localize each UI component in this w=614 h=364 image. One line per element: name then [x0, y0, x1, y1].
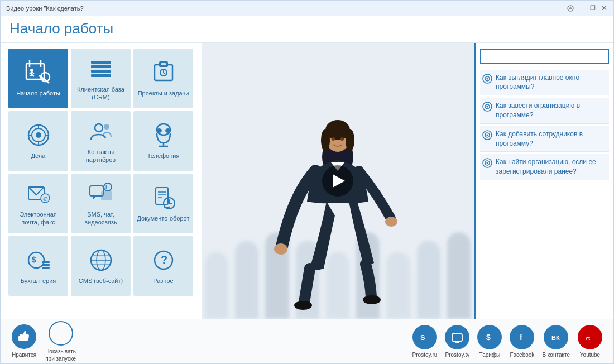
header: Начало работы — [1, 16, 613, 43]
accounting-icon: $ — [25, 247, 52, 274]
play-icon — [333, 174, 345, 188]
svg-text:i: i — [105, 185, 107, 190]
footer-right: S Prostoy.ru Prostoy.tv — [412, 325, 602, 358]
tile-projects[interactable]: Проекты и задачи — [133, 49, 193, 108]
tile-sms-label: SMS, чат, видеосвязь — [71, 210, 131, 227]
faq-text-2: Как завести огранизацию в программе? — [496, 101, 607, 120]
telephony-icon — [150, 122, 177, 149]
svg-point-66 — [274, 243, 287, 255]
faq-text-1: Как выглядит главное окно программы? — [496, 73, 607, 92]
svg-rect-18 — [161, 63, 166, 65]
prostoy-tv-circle — [445, 325, 469, 349]
crm-icon — [88, 55, 114, 82]
svg-point-30 — [104, 124, 109, 130]
faq-icon-2 — [482, 102, 492, 112]
tile-docs[interactable]: Документо-оборот — [133, 174, 193, 233]
svg-point-77 — [487, 106, 488, 108]
facebook-circle: f — [510, 325, 534, 349]
svg-point-71 — [340, 137, 344, 141]
tile-docs-label: Документо-оборот — [135, 214, 191, 222]
prostoy-tv-label: Prostoy.tv — [445, 352, 470, 358]
svg-rect-51 — [42, 261, 50, 263]
svg-point-69 — [363, 295, 381, 304]
facebook-label: Facebook — [510, 352, 534, 358]
svg-point-68 — [294, 301, 312, 310]
svg-point-70 — [332, 137, 335, 141]
tile-sms[interactable]: i SMS, чат, видеосвязь — [71, 174, 131, 233]
tile-misc[interactable]: ? Разное — [133, 236, 193, 296]
social-prostoy-tv[interactable]: Prostoy.tv — [445, 325, 469, 358]
svg-rect-13 — [91, 65, 111, 68]
tile-telephony-label: Телефония — [145, 152, 182, 160]
like-label: Нравится — [12, 351, 36, 358]
tile-accounting[interactable]: $ Бухгалтерия — [8, 236, 68, 296]
social-youtube[interactable]: Yt Youtube — [578, 325, 602, 358]
tile-projects-label: Проекты и задачи — [136, 89, 191, 97]
video-panel — [202, 43, 474, 319]
social-tariffs[interactable]: $ Тарифы — [477, 325, 502, 358]
tariffs-label: Тарифы — [479, 352, 501, 358]
tile-tasks[interactable]: Дела — [8, 111, 68, 171]
tile-start-label: Начало работы — [14, 89, 63, 97]
tile-email-label: Электронная почта, факс — [8, 210, 68, 227]
tile-crm[interactable]: Клиентская база (CRM) — [71, 49, 131, 108]
sms-icon: i — [88, 180, 114, 207]
faq-item-2[interactable]: Как завести огранизацию в программе? — [480, 98, 609, 124]
tariffs-circle: $ — [477, 325, 502, 349]
svg-rect-53 — [42, 267, 50, 269]
svg-text:Yt: Yt — [585, 336, 590, 341]
tile-start[interactable]: Начало работы — [8, 49, 68, 108]
bg-figure-2 — [235, 241, 258, 319]
vkontakte-circle: ВК — [544, 325, 568, 349]
settings-icon[interactable] — [567, 4, 574, 12]
social-prostoy-ru[interactable]: S Prostoy.ru — [412, 325, 438, 358]
faq-item-4[interactable]: Как найти организацию, если ее зарегистр… — [480, 154, 609, 180]
play-button[interactable] — [322, 165, 353, 197]
search-input[interactable] — [480, 49, 609, 64]
tile-telephony[interactable]: Телефония — [133, 111, 193, 171]
svg-point-80 — [487, 134, 488, 136]
minimize-button[interactable]: — — [578, 4, 586, 12]
footer-left: Нравится Показывать при запуске — [12, 321, 76, 362]
svg-text:$: $ — [486, 333, 491, 342]
svg-point-29 — [95, 124, 103, 132]
svg-point-32 — [156, 128, 162, 133]
title-bar: Видео-уроки "Как сделать?" — ❐ ✕ — [1, 1, 613, 16]
faq-item-1[interactable]: Как выглядит главное окно программы? — [480, 70, 609, 96]
docs-icon — [150, 184, 177, 211]
social-vkontakte[interactable]: ВК В контакте — [542, 325, 570, 358]
svg-text:f: f — [520, 333, 522, 342]
faq-item-3[interactable]: Как добавить сотрудников в программу? — [480, 126, 609, 152]
youtube-label: Youtube — [580, 352, 600, 358]
social-facebook[interactable]: f Facebook — [510, 325, 534, 358]
like-button[interactable]: Нравится — [12, 324, 36, 358]
footer: Нравится Показывать при запуске S Prosto… — [1, 319, 613, 363]
show-on-start-circle — [49, 321, 73, 346]
like-circle — [12, 324, 36, 349]
prostoy-ru-circle: S — [412, 325, 437, 349]
restore-button[interactable]: ❐ — [589, 4, 597, 12]
start-icon — [25, 59, 52, 86]
svg-text:@: @ — [43, 196, 48, 202]
show-on-start-label: Показывать при запуске — [45, 348, 76, 362]
tile-email[interactable]: @ Электронная почта, факс — [8, 174, 68, 233]
right-panel: Как выглядит главное окно программы? Как… — [474, 43, 613, 319]
svg-point-33 — [165, 128, 171, 133]
tiles-panel: Начало работы Клиентская база (CRM) — [1, 43, 202, 319]
svg-rect-86 — [452, 334, 462, 341]
tile-crm-label: Клиентская база (CRM) — [71, 85, 131, 102]
tasks-icon — [25, 122, 52, 149]
tile-contacts[interactable]: Контакты партнёров — [71, 111, 131, 171]
svg-marker-40 — [93, 196, 97, 199]
svg-line-21 — [164, 73, 165, 74]
tile-contacts-label: Контакты партнёров — [71, 148, 131, 164]
close-button[interactable]: ✕ — [600, 4, 608, 12]
svg-point-49 — [28, 252, 44, 268]
main-content: Начало работы Клиентская база (CRM) — [1, 43, 613, 319]
projects-icon — [150, 59, 177, 86]
show-on-start-button[interactable]: Показывать при запуске — [45, 321, 76, 362]
faq-text-4: Как найти организацию, если ее зарегистр… — [496, 157, 607, 176]
tile-cms[interactable]: CMS (веб-сайт) — [71, 236, 131, 296]
svg-rect-15 — [91, 74, 111, 77]
title-bar-text: Видео-уроки "Как сделать?" — [6, 5, 85, 12]
